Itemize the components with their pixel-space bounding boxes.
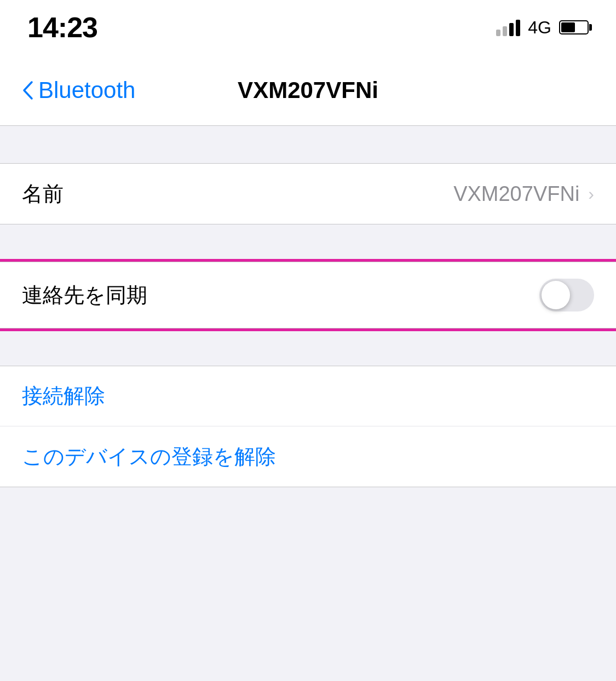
status-bar: 14:23 4G: [0, 0, 616, 55]
toggle-thumb: [542, 281, 570, 309]
actions-section: 接続解除 このデバイスの登録を解除: [0, 366, 616, 487]
name-chevron-icon: ›: [588, 184, 594, 204]
battery-icon: [559, 20, 589, 34]
status-time: 14:23: [27, 11, 97, 44]
name-value: VXM207VFNi: [453, 182, 579, 206]
bottom-spacer: [0, 487, 616, 524]
top-spacer: [0, 126, 616, 163]
sync-contacts-row: 連絡先を同期: [0, 262, 616, 328]
back-chevron-icon: [22, 80, 34, 100]
signal-bar-1: [496, 30, 500, 36]
nav-header: Bluetooth VXM207VFNi: [0, 55, 616, 126]
back-button[interactable]: Bluetooth: [22, 77, 135, 103]
page-title: VXM207VFNi: [238, 77, 378, 103]
name-right: VXM207VFNi ›: [453, 182, 594, 206]
unregister-label[interactable]: このデバイスの登録を解除: [22, 443, 276, 471]
name-label: 名前: [22, 180, 64, 208]
network-label: 4G: [528, 18, 551, 38]
name-row[interactable]: 名前 VXM207VFNi ›: [0, 164, 616, 224]
content: 名前 VXM207VFNi › 連絡先を同期 接続解除 このデバイスの登録を解除: [0, 126, 616, 524]
sync-contacts-label: 連絡先を同期: [22, 281, 147, 309]
sync-contacts-section: 連絡先を同期: [0, 262, 616, 328]
disconnect-row[interactable]: 接続解除: [0, 366, 616, 426]
unregister-row[interactable]: このデバイスの登録を解除: [0, 426, 616, 487]
signal-bar-3: [509, 23, 514, 36]
battery-fill: [561, 22, 575, 32]
middle-spacer-2: [0, 328, 616, 366]
signal-bar-2: [503, 26, 507, 36]
middle-spacer-1: [0, 224, 616, 262]
back-label[interactable]: Bluetooth: [38, 77, 135, 103]
battery: [559, 20, 589, 34]
sync-contacts-toggle[interactable]: [539, 279, 594, 311]
disconnect-label[interactable]: 接続解除: [22, 382, 105, 410]
signal-bar-4: [516, 20, 520, 36]
signal-bars: [496, 19, 520, 36]
status-right: 4G: [496, 18, 589, 38]
name-section: 名前 VXM207VFNi ›: [0, 163, 616, 224]
